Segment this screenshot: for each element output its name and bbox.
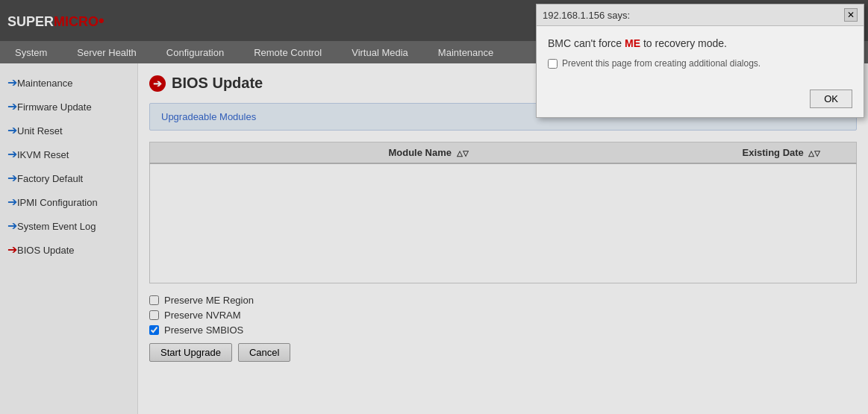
dialog-prevent-checkbox[interactable] (548, 59, 558, 69)
dialog-ok-button[interactable]: OK (810, 90, 852, 108)
dialog-title: 192.168.1.156 says: (543, 10, 630, 21)
dialog-footer: OK (537, 84, 864, 117)
dialog-prevent-row: Prevent this page from creating addition… (548, 58, 852, 69)
dialog-prevent-label: Prevent this page from creating addition… (562, 58, 761, 69)
dialog-body: BMC can't force ME to recovery mode. Pre… (537, 26, 864, 84)
dialog-message: BMC can't force ME to recovery mode. (548, 37, 852, 49)
dialog-titlebar: 192.168.1.156 says: ✕ (537, 4, 864, 26)
dialog-close-button[interactable]: ✕ (844, 8, 858, 22)
alert-dialog: 192.168.1.156 says: ✕ BMC can't force ME… (536, 4, 864, 118)
